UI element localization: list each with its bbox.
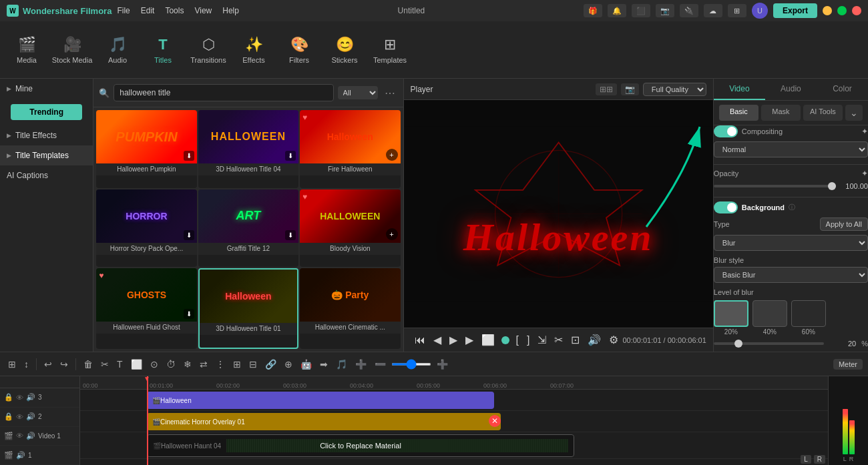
fullscreen-button[interactable]: ⬜ bbox=[477, 332, 499, 348]
template-3d-halloween-04[interactable]: HALLOWEEN ⬇ 3D Halloween Title 04 bbox=[198, 110, 298, 188]
menu-tools[interactable]: Tools bbox=[165, 6, 184, 15]
template-horror-story[interactable]: HORROR ⬇ Horror Story Pack Ope... bbox=[96, 189, 196, 268]
zoom-slider[interactable] bbox=[391, 363, 431, 366]
screen-record-icon[interactable]: ⬛ bbox=[632, 4, 650, 17]
track-2-lock[interactable]: 🔒 bbox=[4, 412, 13, 421]
track-2-vol[interactable]: 🔊 bbox=[26, 412, 35, 421]
toolbar-filters[interactable]: 🎨 Filters bbox=[278, 25, 320, 75]
panel-ai-captions[interactable]: AI Captions bbox=[0, 165, 93, 185]
subtab-ai-tools[interactable]: AI Tools bbox=[803, 105, 843, 121]
audio-button[interactable]: 🔊 bbox=[584, 332, 605, 348]
screenshot-btn[interactable]: 📷 bbox=[621, 83, 639, 95]
motion-button[interactable]: ➡ bbox=[317, 358, 331, 371]
track-1-eye[interactable]: 👁 bbox=[16, 432, 23, 440]
undo-button[interactable]: ↩ bbox=[41, 358, 55, 371]
template-halloween-cinematic[interactable]: 🎃 Party Halloween Cinematic ... bbox=[300, 268, 400, 349]
replace-button[interactable]: ⇄ bbox=[197, 358, 210, 371]
skip-back-button[interactable]: ⏮ bbox=[411, 333, 429, 348]
camera-icon[interactable]: 📷 bbox=[656, 4, 674, 17]
link-button[interactable]: 🔗 bbox=[262, 358, 279, 371]
speed-button[interactable]: ⏱ bbox=[164, 358, 178, 371]
track-3-eye[interactable]: 👁 bbox=[16, 394, 23, 402]
menu-help[interactable]: Help bbox=[222, 6, 239, 15]
download-icon-5[interactable]: ⬇ bbox=[285, 230, 296, 240]
close-button[interactable] bbox=[852, 6, 861, 15]
menu-edit[interactable]: Edit bbox=[141, 6, 155, 15]
tab-video[interactable]: Video bbox=[714, 79, 765, 100]
ai-button[interactable]: 🤖 bbox=[298, 358, 314, 371]
redo-button[interactable]: ↪ bbox=[57, 358, 71, 371]
clip-haunt[interactable]: 🎬 Halloween Haunt 04 Click to Replace Ma… bbox=[147, 434, 574, 457]
background-info-icon[interactable]: ⓘ bbox=[789, 203, 795, 212]
subtab-more[interactable]: ⌄ bbox=[845, 105, 863, 121]
zoom-in-button[interactable]: ➕ bbox=[434, 358, 451, 371]
blur-style-select[interactable]: Basic Blur bbox=[714, 267, 868, 283]
download-icon-7[interactable]: ⬇ bbox=[184, 309, 194, 319]
template-bloody-vision[interactable]: ♥ HALLOWEEN + Bloody Vision bbox=[300, 189, 400, 268]
toolbar-stickers[interactable]: 😊 Stickers bbox=[323, 25, 366, 75]
search-filter[interactable]: All bbox=[338, 86, 378, 99]
compositing-star[interactable]: ✦ bbox=[861, 127, 868, 136]
export-button[interactable]: Export bbox=[773, 3, 817, 18]
opacity-slider[interactable] bbox=[714, 185, 836, 187]
track-2-eye[interactable]: 👁 bbox=[16, 413, 23, 421]
frame-forward-button[interactable]: ▶ bbox=[461, 332, 477, 348]
magnet-button[interactable]: ↕ bbox=[21, 358, 31, 371]
crop-tl-button[interactable]: ⬜ bbox=[128, 358, 145, 371]
panel-mine[interactable]: ▶ Mine bbox=[0, 79, 93, 99]
toolbar-media[interactable]: 🎬 Media bbox=[5, 25, 48, 75]
l-button[interactable]: L bbox=[801, 455, 811, 464]
clip-halloween[interactable]: 🎬 Halloween bbox=[147, 392, 494, 409]
track-3-lock[interactable]: 🔒 bbox=[4, 393, 13, 402]
opacity-star[interactable]: ✦ bbox=[861, 169, 868, 178]
type-select[interactable]: Blur bbox=[714, 235, 868, 251]
blur-20-preview[interactable] bbox=[714, 300, 748, 327]
template-fire-halloween[interactable]: ♥ Halloween + Fire Halloween bbox=[300, 110, 400, 188]
toolbar-audio[interactable]: 🎵 Audio bbox=[96, 25, 139, 75]
delete-badge[interactable]: ✕ bbox=[489, 415, 501, 427]
track-1-vol[interactable]: 🔊 bbox=[26, 432, 35, 440]
toolbar-stock-media[interactable]: 🎥 Stock Media bbox=[51, 25, 93, 75]
toolbar-titles[interactable]: T Titles bbox=[142, 25, 184, 75]
ungroup-button[interactable]: ⊟ bbox=[246, 358, 260, 371]
toolbar-transitions[interactable]: ⬡ Transitions bbox=[187, 25, 230, 75]
play-button[interactable]: ▶ bbox=[445, 332, 461, 348]
extract-button[interactable]: ⇲ bbox=[533, 332, 550, 348]
trending-button[interactable]: Trending bbox=[11, 104, 82, 120]
copy-button[interactable]: ⊙ bbox=[148, 358, 161, 371]
blur-60-preview[interactable] bbox=[791, 300, 826, 327]
search-input[interactable] bbox=[114, 84, 333, 101]
audio-track-button[interactable]: 🎵 bbox=[333, 358, 350, 371]
cut-button[interactable]: ✂ bbox=[98, 358, 112, 371]
subtab-basic[interactable]: Basic bbox=[719, 105, 758, 121]
transform-button[interactable]: ⊡ bbox=[567, 332, 584, 348]
track-3-vol[interactable]: 🔊 bbox=[26, 393, 35, 402]
mark-out-button[interactable]: ] bbox=[523, 333, 533, 348]
add-icon-3[interactable]: + bbox=[386, 149, 398, 161]
split-button[interactable]: ⋮ bbox=[213, 358, 228, 371]
crop-button[interactable]: ✂ bbox=[550, 332, 567, 348]
notification-icon[interactable]: 🔔 bbox=[608, 4, 626, 17]
clip-cinematic[interactable]: 🎬 Cinematic Horror Overlay 01 bbox=[147, 413, 501, 430]
replace-overlay[interactable]: Click to Replace Material bbox=[148, 435, 574, 456]
frame-back-button[interactable]: ◀ bbox=[429, 332, 445, 348]
add-track-button[interactable]: ➕ bbox=[353, 358, 369, 371]
subtitle-button[interactable]: ⊕ bbox=[282, 358, 295, 371]
r-button[interactable]: R bbox=[814, 455, 825, 464]
menu-file[interactable]: File bbox=[117, 6, 130, 15]
menu-view[interactable]: View bbox=[194, 6, 212, 15]
freeze-button[interactable]: ❄ bbox=[181, 358, 194, 371]
track-a1-vol[interactable]: 🔊 bbox=[16, 451, 25, 460]
download-icon-4[interactable]: ⬇ bbox=[184, 230, 194, 240]
minimize-button[interactable] bbox=[823, 6, 832, 15]
background-toggle[interactable] bbox=[714, 201, 738, 213]
delete-button[interactable]: 🗑 bbox=[81, 358, 95, 371]
maximize-button[interactable] bbox=[837, 6, 847, 15]
snap-button[interactable]: ⊞ bbox=[5, 358, 19, 371]
settings-button[interactable]: ⚙ bbox=[605, 332, 622, 348]
template-3d-halloween-01[interactable]: Halloween 3D Halloween Title 01 bbox=[198, 268, 298, 349]
panel-title-templates[interactable]: ▶ Title Templates bbox=[0, 145, 93, 165]
search-more-icon[interactable]: ⋯ bbox=[382, 87, 398, 99]
panel-title-effects[interactable]: ▶ Title Effects bbox=[0, 125, 93, 145]
group-button[interactable]: ⊞ bbox=[230, 358, 244, 371]
